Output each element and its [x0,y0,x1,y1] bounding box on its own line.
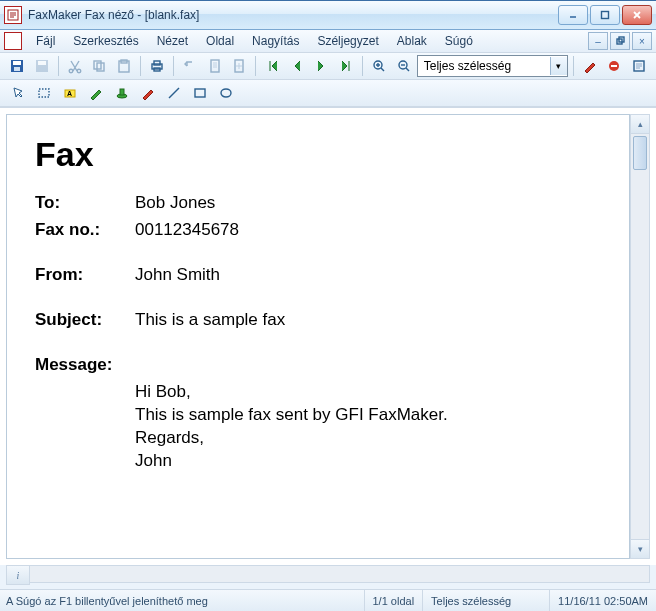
delete-annot-button[interactable] [603,54,625,78]
pen-tool-button[interactable] [136,81,160,105]
stamp-tool-button[interactable] [110,81,134,105]
minimize-button[interactable] [558,5,588,25]
mdi-close-button[interactable]: × [632,32,652,50]
cut-button[interactable] [64,54,86,78]
status-datetime: 11/16/11 02:50AM [550,590,656,611]
annot-options-button[interactable] [627,54,649,78]
mdi-restore-button[interactable] [610,32,630,50]
scroll-up-button[interactable]: ▴ [631,115,649,134]
menu-window[interactable]: Ablak [389,32,435,50]
close-button[interactable] [622,5,652,25]
menu-bar: Fájl Szerkesztés Nézet Oldal Nagyítás Sz… [0,30,656,53]
first-page-button[interactable] [261,54,283,78]
page-setup-button[interactable] [204,54,226,78]
svg-rect-7 [14,67,20,71]
zoom-out-button[interactable] [392,54,414,78]
vertical-scrollbar[interactable]: ▴ ▾ [630,114,650,559]
menu-zoom[interactable]: Nagyítás [244,32,307,50]
message-line: Hi Bob, [135,381,601,404]
save-button[interactable] [6,54,28,78]
status-zoom: Teljes szélesség [423,590,550,611]
horizontal-scroll-row: i [6,565,650,583]
subject-label: Subject: [35,309,135,332]
message-line: Regards, [135,427,601,450]
main-toolbar: Teljes szélesség ▾ [0,53,656,80]
content-area: Fax To: Bob Jones Fax no.: 00112345678 F… [0,107,656,565]
undo-button[interactable] [179,54,201,78]
window-title: FaxMaker Fax néző - [blank.fax] [28,8,558,22]
line-tool-button[interactable] [162,81,186,105]
svg-rect-9 [38,61,46,65]
svg-rect-2 [602,12,609,19]
scroll-thumb[interactable] [633,136,647,170]
to-label: To: [35,192,135,215]
status-bar: A Súgó az F1 billentyűvel jeleníthető me… [0,589,656,611]
zoom-value: Teljes szélesség [418,59,550,73]
svg-rect-6 [13,61,21,65]
from-label: From: [35,264,135,287]
maximize-button[interactable] [590,5,620,25]
fax-page: Fax To: Bob Jones Fax no.: 00112345678 F… [6,114,630,559]
svg-rect-17 [154,61,160,65]
copy-button[interactable] [88,54,110,78]
svg-rect-25 [39,89,49,97]
window-buttons [558,5,652,25]
next-page-button[interactable] [310,54,332,78]
print-button[interactable] [146,54,168,78]
paste-button[interactable] [113,54,135,78]
message-body: Hi Bob, This is sample fax sent by GFI F… [135,381,601,473]
horizontal-scroll-track[interactable] [30,565,650,583]
message-label: Message: [35,354,135,377]
scroll-down-button[interactable]: ▾ [631,539,649,558]
status-page: 1/1 oldal [365,590,424,611]
menu-file[interactable]: Fájl [28,32,63,50]
from-value: John Smith [135,264,220,287]
fax-heading: Fax [35,135,601,174]
scroll-track[interactable] [631,134,649,539]
selection-tool-button[interactable] [32,81,56,105]
pointer-tool-button[interactable] [6,81,30,105]
title-bar: FaxMaker Fax néző - [blank.fax] [0,1,656,30]
menu-view[interactable]: Nézet [149,32,196,50]
menu-edit[interactable]: Szerkesztés [65,32,146,50]
ellipse-tool-button[interactable] [214,81,238,105]
message-line: This is sample fax sent by GFI FaxMaker. [135,404,601,427]
svg-rect-19 [211,60,219,72]
app-icon [4,6,22,24]
svg-point-11 [77,69,81,73]
page-options-button[interactable] [228,54,250,78]
menu-help[interactable]: Súgó [437,32,481,50]
menu-page[interactable]: Oldal [198,32,242,50]
status-help-text: A Súgó az F1 billentyűvel jeleníthető me… [0,590,365,611]
mdi-doc-icon[interactable] [4,32,22,50]
zoom-combobox[interactable]: Teljes szélesség ▾ [417,55,568,77]
rectangle-tool-button[interactable] [188,81,212,105]
menu-annotations[interactable]: Széljegyzet [309,32,386,50]
faxno-value: 00112345678 [135,219,239,242]
annotation-toolbar: A [0,80,656,107]
info-panel-button[interactable]: i [6,565,30,585]
prev-page-button[interactable] [286,54,308,78]
svg-point-31 [221,89,231,97]
svg-text:A: A [67,90,72,97]
to-value: Bob Jones [135,192,215,215]
svg-rect-29 [120,89,124,95]
highlight-tool-button[interactable]: A [58,81,82,105]
app-window: FaxMaker Fax néző - [blank.fax] Fájl Sze… [0,0,656,611]
svg-rect-30 [195,89,205,97]
pen-red-button[interactable] [579,54,601,78]
zoom-in-button[interactable] [368,54,390,78]
mdi-minimize-button[interactable]: – [588,32,608,50]
save-as-button[interactable] [30,54,52,78]
marker-green-tool-button[interactable] [84,81,108,105]
message-line: John [135,450,601,473]
faxno-label: Fax no.: [35,219,135,242]
subject-value: This is a sample fax [135,309,285,332]
zoom-dropdown-button[interactable]: ▾ [550,57,567,75]
svg-point-10 [69,69,73,73]
last-page-button[interactable] [335,54,357,78]
